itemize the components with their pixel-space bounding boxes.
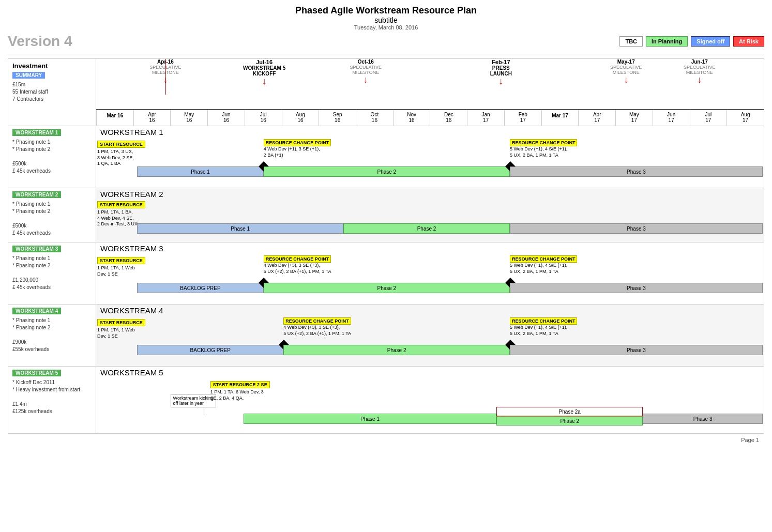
ws1-start-details: 1 PM, 1TA, 3 UX,3 Web Dev, 2 SE,1 QA, 1 … [97, 149, 145, 167]
month-jun17: Jun17 [653, 110, 690, 126]
ws4-start-details: 1 PM, 1TA, 1 WebDev, 1 SE [97, 327, 145, 339]
ws5-gantt: Workstream kickingoff later in year STAR… [97, 378, 763, 430]
ws3-notes: * Phasing note 1* Phasing note 2£1,200,0… [12, 255, 92, 291]
m3-label: Oct-16 [350, 59, 382, 65]
month-oct16: Oct16 [356, 110, 393, 126]
milestone-feb17: Feb-17 PRESS LAUNCH ↓ [490, 59, 512, 86]
page-date: Tuesday, March 08, 2016 [8, 24, 764, 31]
m6-arrow: ↓ [684, 75, 715, 84]
ws5-phase1: Phase 1 [244, 414, 496, 424]
legend-badges: TBC In Planning Signed off At Risk [619, 36, 764, 47]
ws4-row: WORKSTREAM 4 START RESOURCE 1 PM, 1TA, 1… [96, 305, 764, 367]
ws1-rcp2-details: 5 Web Dev (+1), 4 S/E (+1),5 UX, 2 BA, 1… [510, 146, 578, 158]
ws1-rcp2-label: RESOURCE CHANGE POINT [510, 139, 578, 146]
ws1-phase3: Phase 3 [510, 166, 763, 177]
sidebar-ws1: WORKSTREAM 1 * Phasing note 1* Phasing n… [8, 126, 96, 188]
ws5-phase2: Phase 2 [496, 416, 643, 425]
milestone-jul16: Jul-16 WORKSTREAM 5 KICKOFF ↓ [243, 59, 285, 86]
ws1-rcp2: RESOURCE CHANGE POINT 5 Web Dev (+1), 4 … [510, 139, 578, 158]
ws2-start-label: START RESOURCE [97, 201, 145, 208]
sidebar-ws2: WORKSTREAM 2 * Phasing note 1* Phasing n… [8, 188, 96, 242]
timeline-header: Apr-16 SPECULATIVE MILESTONE ↓ Jul-16 WO… [96, 59, 764, 126]
month-nov16: Nov16 [393, 110, 430, 126]
badge-tbc: TBC [619, 36, 643, 47]
ws4-title: WORKSTREAM 4 [96, 305, 764, 316]
ws3-start-label: START RESOURCE [97, 257, 145, 264]
ws2-phase1: Phase 1 [137, 223, 343, 234]
ws5-label: WORKSTREAM 5 [12, 370, 61, 376]
ws5-phase2a: Phase 2a [496, 407, 643, 416]
ws5-notes: * Kickoff Dec 2011* Heavy investment fro… [12, 379, 92, 415]
ws4-rcp2-label: RESOURCE CHANGE POINT [510, 317, 578, 325]
ws4-label: WORKSTREAM 4 [12, 308, 61, 314]
ws3-row: WORKSTREAM 3 START RESOURCE 1 PM, 1TA, 1… [96, 242, 764, 305]
m3-sub1: SPECULATIVE [350, 65, 382, 70]
m2-label: Jul-16 [243, 59, 285, 65]
page-title: Phased Agile Workstream Resource Plan [8, 5, 764, 16]
months-row: Mar 16 Apr16 May16 Jun16 Jul16 Aug16 Sep… [96, 110, 764, 126]
month-dec16: Dec16 [430, 110, 467, 126]
milestone-oct16: Oct-16 SPECULATIVE MILESTONE ↓ [350, 59, 382, 84]
ws4-gantt: START RESOURCE 1 PM, 1TA, 1 WebDev, 1 SE… [97, 316, 763, 360]
ws3-rcp2-details: 5 Web Dev (+1), 4 S/E (+1),5 UX, 2 BA, 1… [510, 263, 578, 275]
month-aug17: Aug17 [726, 110, 764, 126]
ws3-rcp1-details: 4 Web Dev (+3), 3 SE (+3),5 UX (+2), 2 B… [264, 263, 331, 275]
month-jan17: Jan17 [467, 110, 504, 126]
main-content: Investment SUMMARY £15m55 Internal staff… [8, 58, 764, 434]
page-subtitle: subtitle [8, 16, 764, 24]
page-header: Phased Agile Workstream Resource Plan su… [8, 5, 764, 31]
m5-label: May-17 [610, 59, 642, 65]
badge-risk: At Risk [733, 36, 764, 47]
badge-planning: In Planning [646, 36, 688, 47]
ws2-row: WORKSTREAM 2 START RESOURCE 1 PM, 1TA, 1… [96, 188, 764, 242]
gantt-area: Apr-16 SPECULATIVE MILESTONE ↓ Jul-16 WO… [96, 59, 764, 434]
ws1-notes: * Phasing note 1* Phasing note 2£500k£ 4… [12, 139, 92, 175]
month-mar16: Mar 16 [96, 110, 133, 126]
m3-arrow: ↓ [350, 75, 382, 84]
m2-arrow: ↓ [243, 77, 285, 86]
ws3-phase2: Phase 2 [264, 283, 510, 293]
ws4-rcp1-details: 4 Web Dev (+3), 3 SE (+3),5 UX (+2), 2 B… [283, 325, 351, 337]
m4-sub1: PRESS [490, 65, 512, 71]
m6-sub1: SPECULATIVE [684, 65, 715, 70]
ws5-kickoff-arrow [204, 407, 204, 415]
m5-arrow: ↓ [610, 75, 642, 84]
month-feb17: Feb17 [504, 110, 541, 126]
sidebar: Investment SUMMARY £15m55 Internal staff… [8, 59, 96, 434]
ws1-start-label: START RESOURCE [97, 141, 145, 148]
top-bar: Version 4 TBC In Planning Signed off At … [8, 33, 764, 54]
m2-sub1: WORKSTREAM 5 [243, 65, 285, 71]
ws1-phase1: Phase 1 [137, 166, 264, 177]
ws2-phase3: Phase 3 [510, 223, 763, 234]
sidebar-ws5: WORKSTREAM 5 * Kickoff Dec 2011* Heavy i… [8, 367, 96, 434]
ws3-start-details: 1 PM, 1TA, 1 WebDev, 1 SE [97, 265, 145, 277]
ws1-start-resource: START RESOURCE 1 PM, 1TA, 3 UX,3 Web Dev… [97, 141, 145, 167]
ws4-rcp2: RESOURCE CHANGE POINT 5 Web Dev (+1), 4 … [510, 317, 578, 337]
month-aug16: Aug16 [282, 110, 319, 126]
ws5-row: WORKSTREAM 5 Workstream kickingoff later… [96, 367, 764, 434]
ws1-rcp1-details: 4 Web Dev (+1), 3 SE (+1),2 BA (+1) [264, 146, 331, 158]
m6-label: Jun-17 [684, 59, 715, 65]
ws4-start-label: START RESOURCE [97, 319, 145, 326]
sidebar-ws3: WORKSTREAM 3 * Phasing note 1* Phasing n… [8, 242, 96, 305]
milestone-apr16: Apr-16 SPECULATIVE MILESTONE ↓ [149, 59, 181, 84]
m1-line [165, 59, 166, 95]
ws4-rcp2-details: 5 Web Dev (+1), 4 S/E (+1),5 UX, 2 BA, 1… [510, 325, 578, 337]
ws4-phase3: Phase 3 [510, 345, 763, 355]
ws2-gantt: START RESOURCE 1 PM, 1TA, 1 BA,4 Web Dev… [97, 200, 763, 239]
month-jun16: Jun16 [207, 110, 245, 126]
page: Phased Agile Workstream Resource Plan su… [0, 0, 772, 532]
ws4-backlog: BACKLOG PREP [137, 345, 283, 355]
ws3-start-resource: START RESOURCE 1 PM, 1TA, 1 WebDev, 1 SE [97, 257, 145, 277]
ws1-title: WORKSTREAM 1 [96, 126, 764, 138]
ws3-title: WORKSTREAM 3 [96, 242, 764, 254]
ws1-rcp1: RESOURCE CHANGE POINT 4 Web Dev (+1), 3 … [264, 139, 331, 158]
ws3-rcp1: RESOURCE CHANGE POINT 4 Web Dev (+3), 3 … [264, 255, 331, 275]
milestone-may17: May-17 SPECULATIVE MILESTONE ↓ [610, 59, 642, 84]
ws3-rcp2: RESOURCE CHANGE POINT 5 Web Dev (+1), 4 … [510, 255, 578, 275]
ws3-phase3: Phase 3 [510, 283, 763, 293]
page-number: Page 1 [8, 434, 764, 446]
m4-arrow: ↓ [490, 77, 512, 86]
ws2-label: WORKSTREAM 2 [12, 191, 61, 198]
ws1-gantt: START RESOURCE 1 PM, 1TA, 3 UX,3 Web Dev… [97, 138, 763, 182]
